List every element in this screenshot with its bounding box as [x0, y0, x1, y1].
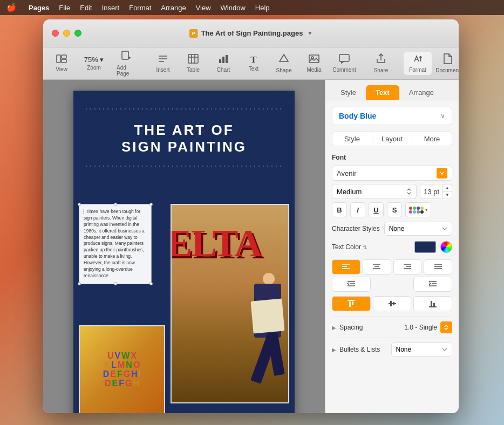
toolbar-view[interactable]: View	[47, 52, 76, 74]
toolbar-insert[interactable]: Insert	[149, 52, 177, 75]
toolbar-media[interactable]: Media	[300, 52, 328, 75]
doc-chevron-icon[interactable]: ▼	[307, 30, 312, 36]
delta-image: ELTA	[171, 204, 289, 403]
outdent-button[interactable]	[332, 277, 371, 292]
font-weight-select[interactable]: Medium	[332, 184, 417, 199]
font-size-up-icon[interactable]: ▲	[443, 185, 452, 192]
style-selector[interactable]: Body Blue ∨	[332, 107, 452, 125]
font-size-down-icon[interactable]: ▼	[443, 192, 452, 198]
menu-pages[interactable]: Pages	[29, 4, 49, 12]
bullets-select[interactable]: None	[391, 342, 453, 357]
menu-view[interactable]: View	[196, 4, 211, 12]
spacing-row[interactable]: ▶ Spacing 1.0 - Single	[332, 317, 452, 338]
color-dot	[420, 210, 424, 214]
minimize-button[interactable]	[63, 30, 70, 37]
close-button[interactable]	[52, 30, 59, 37]
style-selector-label: Body Blue	[339, 112, 376, 120]
color-dot	[417, 210, 420, 214]
toolbar-comment[interactable]: Comment	[330, 52, 358, 75]
table-label: Table	[187, 67, 200, 73]
strikethrough-button[interactable]: S	[387, 202, 402, 217]
handle-top-left[interactable]	[78, 203, 81, 206]
doc-title: The Art of Sign Painting.pages	[201, 29, 303, 37]
toolbar-chart[interactable]: Chart	[209, 52, 237, 75]
align-justify-button[interactable]	[424, 259, 452, 275]
char-styles-select[interactable]: None	[384, 222, 452, 236]
sub-tab-style[interactable]: Style	[332, 132, 372, 146]
menu-edit[interactable]: Edit	[80, 4, 92, 12]
menu-format[interactable]: Format	[129, 4, 151, 12]
main-content: The Art of Sign Painting Times have been…	[43, 80, 459, 413]
sub-tab-layout[interactable]: Layout	[372, 132, 412, 146]
dots-bottom	[84, 164, 284, 168]
tab-text[interactable]: Text	[366, 85, 399, 100]
align-left-button[interactable]	[332, 259, 360, 275]
toolbar-format[interactable]: Format	[404, 52, 432, 75]
toolbar-document[interactable]: Document	[434, 51, 459, 76]
italic-button[interactable]: I	[350, 202, 365, 217]
text-color-spectrum[interactable]	[440, 241, 452, 253]
bullets-value: None	[396, 346, 412, 353]
valign-middle-button[interactable]	[373, 296, 412, 311]
font-arrow-icon[interactable]	[437, 168, 447, 179]
handle-bottom-center[interactable]	[114, 282, 117, 285]
panel-tabs: Style Text Arrange	[325, 80, 459, 100]
shape-icon	[278, 53, 289, 66]
bold-button[interactable]: B	[332, 202, 347, 217]
tab-style[interactable]: Style	[331, 85, 366, 100]
chart-label: Chart	[217, 67, 230, 73]
dots-top	[84, 107, 284, 111]
handle-top-right[interactable]	[149, 203, 153, 206]
apple-menu[interactable]: 🍎	[6, 3, 17, 12]
font-size-control[interactable]: 13 pt ▲ ▼	[420, 184, 452, 199]
indent-button[interactable]	[413, 277, 452, 292]
add-page-label: Add Page	[117, 65, 136, 77]
media-icon	[309, 54, 319, 65]
menu-window[interactable]: Window	[221, 4, 246, 12]
menu-file[interactable]: File	[59, 4, 70, 12]
toolbar-share[interactable]: Share	[367, 51, 395, 76]
right-panel: Style Text Arrange Body Blue ∨ Style Lay…	[325, 80, 459, 413]
svg-rect-19	[339, 54, 349, 61]
share-label: Share	[374, 67, 389, 73]
menu-insert[interactable]: Insert	[102, 4, 120, 12]
text-color-swatch[interactable]	[414, 241, 436, 253]
toolbar-add-page[interactable]: Add Page	[112, 49, 140, 79]
font-name-row: Avenir	[332, 166, 452, 181]
doc-icon: P	[189, 29, 198, 38]
handle-top-center[interactable]	[114, 203, 117, 206]
color-dot	[417, 207, 420, 210]
toolbar-text[interactable]: T Text	[240, 53, 268, 74]
traffic-lights	[52, 30, 81, 37]
insert-icon	[158, 54, 168, 65]
alphabet-image: U V W X K L M N O	[79, 325, 165, 413]
color-picker-button[interactable]: ▾	[405, 202, 431, 217]
sub-tab-more[interactable]: More	[412, 132, 452, 146]
toolbar-zoom[interactable]: 75% ▾ Zoom	[78, 54, 110, 73]
menu-arrange[interactable]: Arrange	[161, 4, 186, 12]
spacing-stepper[interactable]	[440, 321, 452, 333]
svg-rect-2	[62, 59, 66, 63]
color-picker-chevron-icon: ▾	[425, 207, 428, 212]
document-area: The Art of Sign Painting Times have been…	[43, 80, 325, 413]
valign-bottom-button[interactable]	[413, 296, 452, 311]
valign-top-button[interactable]	[332, 296, 371, 311]
bullets-row: ▶ Bullets & Lists None	[332, 338, 452, 361]
menu-help[interactable]: Help	[255, 4, 270, 12]
tab-arrange[interactable]: Arrange	[399, 85, 444, 100]
handle-bottom-left[interactable]	[78, 282, 81, 285]
font-name-select[interactable]: Avenir	[332, 166, 452, 181]
view-icon	[56, 54, 67, 65]
align-right-button[interactable]	[393, 259, 422, 275]
handle-bottom-right[interactable]	[149, 282, 153, 285]
maximize-button[interactable]	[74, 30, 81, 37]
toolbar-shape[interactable]: Shape	[270, 51, 298, 76]
delta-sign-text: ELTA	[171, 221, 261, 266]
zoom-label: Zoom	[87, 65, 101, 71]
zoom-icon: 75% ▾	[84, 56, 104, 63]
toolbar-table[interactable]: Table	[179, 52, 207, 75]
text-box[interactable]: Times have been tough for sign painters.…	[79, 204, 152, 284]
underline-button[interactable]: U	[369, 202, 384, 217]
page-content: Times have been tough for sign painters.…	[73, 198, 295, 413]
align-center-button[interactable]	[363, 259, 391, 275]
